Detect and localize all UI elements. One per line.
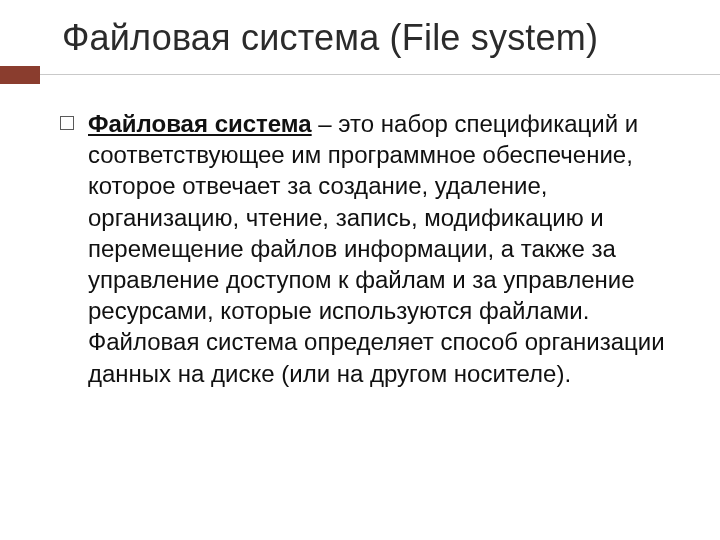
definition-body: – это набор спецификаций и соответствующ… [88, 110, 665, 387]
accent-bar [0, 66, 40, 84]
definition-term: Файловая система [88, 110, 312, 137]
list-item: Файловая система – это набор спецификаци… [60, 108, 680, 389]
slide: Файловая система (File system) Файловая … [0, 0, 720, 540]
title-divider [40, 74, 720, 75]
title-container: Файловая система (File system) [36, 18, 684, 58]
slide-title: Файловая система (File system) [62, 18, 684, 58]
square-bullet-icon [60, 116, 74, 130]
bullet-text: Файловая система – это набор спецификаци… [88, 108, 680, 389]
content-area: Файловая система – это набор спецификаци… [60, 108, 680, 389]
